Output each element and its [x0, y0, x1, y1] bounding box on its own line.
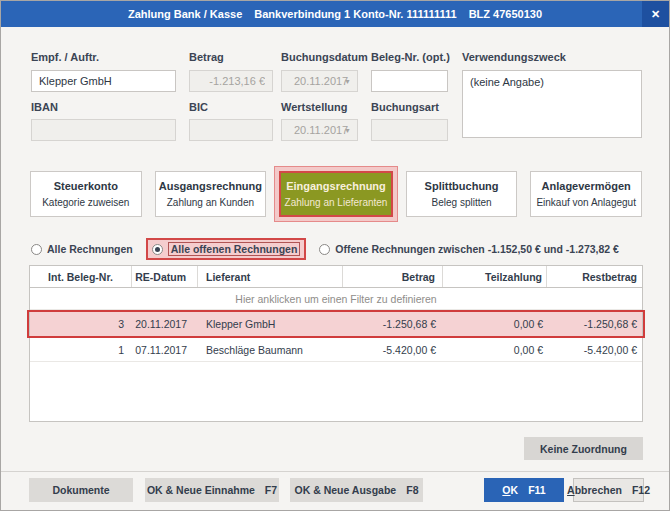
cell-re-datum: 07.11.2017 — [132, 338, 198, 361]
radio-alle-offenen-rechnungen-label: Alle offenen Rechnungen — [168, 242, 301, 256]
column-header-betrag[interactable]: Betrag — [343, 266, 443, 287]
splittbuchung-button[interactable]: Splittbuchung Beleg splitten — [406, 171, 518, 217]
iban-label: IBAN — [31, 101, 58, 113]
anlagevermoegen-title: Anlagevermögen — [542, 180, 631, 192]
steuerkonto-button[interactable]: Steuerkonto Kategorie zuweisen — [30, 171, 142, 217]
column-header-re-datum[interactable]: RE-Datum — [132, 266, 198, 287]
ausgangsrechnung-subtitle: Zahlung an Kunden — [167, 197, 254, 208]
eingangsrechnung-title: Eingangsrechnung — [286, 180, 386, 192]
dialog-title-blz: BLZ 47650130 — [469, 8, 542, 20]
bic-input — [189, 119, 273, 141]
verwendungszweck-value: (keine Angabe) — [470, 76, 544, 88]
dokumente-label: Dokumente — [52, 484, 109, 496]
radio-icon — [31, 244, 42, 255]
betrag-label: Betrag — [189, 51, 224, 63]
fkey-f7: F7 — [265, 484, 277, 496]
table-row-selected-klepper[interactable]: 3 20.11.2017 Klepper GmbH -1.250,68 € 0,… — [30, 310, 642, 338]
close-button[interactable]: ✕ — [642, 1, 669, 27]
column-header-lieferant[interactable]: Lieferant — [198, 266, 343, 287]
radio-alle-offenen-rechnungen-selected[interactable]: Alle offenen Rechnungen — [146, 238, 307, 260]
ausgangsrechnung-button[interactable]: Ausgangsrechnung Zahlung an Kunden — [155, 171, 267, 217]
ok-label-rest: K — [511, 484, 519, 496]
table-row-baumann[interactable]: 1 07.11.2017 Beschläge Baumann -5.420,00… — [30, 338, 642, 362]
buchungsdatum-value: 20.11.2017 — [294, 75, 348, 87]
dokumente-button[interactable]: Dokumente — [29, 478, 133, 502]
beleg-nr-input[interactable] — [371, 70, 448, 92]
ok-neue-einnahme-button[interactable]: OK & Neue Einnahme F7 — [145, 478, 279, 502]
radio-offene-rechnungen-zwischen-label: Offene Rechnungen zwischen -1.152,50 € u… — [335, 243, 619, 255]
table-filter-row[interactable]: Hier anklicken um einen Filter zu defini… — [30, 288, 642, 310]
zahlung-bank-kasse-dialog: Zahlung Bank / Kasse Bankverbindung 1 Ko… — [0, 0, 670, 511]
splittbuchung-title: Splittbuchung — [425, 180, 499, 192]
column-header-restbetrag[interactable]: Restbetrag — [547, 266, 642, 287]
buchungsdatum-select: 20.11.2017 ▼ — [281, 70, 358, 92]
footer-divider — [1, 471, 669, 472]
chevron-down-icon: ▼ — [344, 78, 351, 85]
column-header-teilzahlung[interactable]: Teilzahlung — [443, 266, 547, 287]
cell-lieferant: Beschläge Baumann — [198, 338, 343, 361]
cell-restbetrag: -1.250,68 € — [547, 310, 642, 338]
ok-neue-einnahme-label: OK & Neue Einnahme — [147, 484, 255, 496]
booking-type-button-row: Steuerkonto Kategorie zuweisen Ausgangsr… — [30, 171, 642, 217]
radio-offene-rechnungen-zwischen[interactable]: Offene Rechnungen zwischen -1.152,50 € u… — [319, 243, 619, 255]
close-icon: ✕ — [651, 8, 660, 21]
dialog-title-account: Bankverbindung 1 Konto-Nr. 111111111 — [254, 8, 456, 20]
anlagevermoegen-button[interactable]: Anlagevermögen Einkauf von Anlagegut — [530, 171, 642, 217]
iban-input — [31, 119, 176, 141]
cell-lieferant: Klepper GmbH — [198, 310, 343, 338]
cell-int-beleg-nr: 3 — [30, 310, 132, 338]
open-invoices-table: Int. Beleg-Nr. RE-Datum Lieferant Betrag… — [29, 265, 643, 422]
verwendungszweck-textarea[interactable]: (keine Angabe) — [462, 70, 642, 138]
abbrechen-button[interactable]: Abbrechen F12 — [573, 478, 644, 502]
buchungsdatum-label: Buchungsdatum — [281, 51, 368, 63]
wertstellung-value: 20.11.2017 — [294, 124, 348, 136]
eingangsrechnung-subtitle: Zahlung an Lieferanten — [285, 197, 388, 208]
ausgangsrechnung-title: Ausgangsrechnung — [159, 180, 262, 192]
cell-teilzahlung: 0,00 € — [443, 338, 547, 361]
keine-zuordnung-button[interactable]: Keine Zuordnung — [524, 437, 643, 460]
fkey-f11: F11 — [528, 484, 546, 496]
abbrechen-label-rest: bbrechen — [575, 484, 622, 496]
cell-betrag: -1.250,68 € — [343, 310, 443, 338]
betrag-input — [189, 70, 273, 92]
dialog-titlebar: Zahlung Bank / Kasse Bankverbindung 1 Ko… — [1, 1, 669, 27]
chevron-down-icon: ▼ — [344, 127, 351, 134]
wertstellung-select: 20.11.2017 ▼ — [281, 119, 358, 141]
beleg-nr-label: Beleg-Nr. (opt.) — [371, 51, 450, 63]
dialog-title: Zahlung Bank / Kasse — [128, 8, 242, 20]
verwendungszweck-label: Verwendungszweck — [462, 51, 566, 63]
keine-zuordnung-label: Keine Zuordnung — [540, 443, 627, 455]
splittbuchung-subtitle: Beleg splitten — [432, 197, 492, 208]
empf-auftr-label: Empf. / Auftr. — [31, 51, 99, 63]
steuerkonto-title: Steuerkonto — [54, 180, 118, 192]
radio-icon — [319, 244, 330, 255]
ok-neue-ausgabe-label: OK & Neue Ausgabe — [295, 484, 397, 496]
cell-restbetrag: -5.420,00 € — [547, 338, 642, 361]
cell-teilzahlung: 0,00 € — [443, 310, 547, 338]
fkey-f12: F12 — [632, 484, 650, 496]
invoice-filter-radio-row: Alle Rechnungen Alle offenen Rechnungen … — [31, 238, 643, 260]
cell-re-datum: 20.11.2017 — [132, 310, 198, 338]
anlagevermoegen-subtitle: Einkauf von Anlagegut — [536, 197, 636, 208]
abbrechen-accesskey: A — [567, 484, 575, 496]
fkey-f8: F8 — [406, 484, 418, 496]
radio-alle-rechnungen[interactable]: Alle Rechnungen — [31, 243, 133, 255]
buchungsart-input — [371, 119, 448, 141]
radio-alle-rechnungen-label: Alle Rechnungen — [47, 243, 133, 255]
wertstellung-label: Wertstellung — [281, 101, 347, 113]
steuerkonto-subtitle: Kategorie zuweisen — [42, 197, 129, 208]
buchungsart-label: Buchungsart — [371, 101, 439, 113]
filter-hint-text: Hier anklicken um einen Filter zu defini… — [235, 293, 436, 305]
bic-label: BIC — [189, 101, 208, 113]
column-header-int-beleg-nr[interactable]: Int. Beleg-Nr. — [30, 266, 132, 287]
ok-button[interactable]: OK F11 — [484, 478, 564, 502]
radio-checked-icon — [152, 244, 163, 255]
empf-auftr-input[interactable] — [31, 70, 176, 92]
cell-int-beleg-nr: 1 — [30, 338, 132, 361]
table-header-row: Int. Beleg-Nr. RE-Datum Lieferant Betrag… — [30, 266, 642, 288]
ok-neue-ausgabe-button[interactable]: OK & Neue Ausgabe F8 — [290, 478, 423, 502]
cell-betrag: -5.420,00 € — [343, 338, 443, 361]
ok-accesskey: O — [502, 484, 510, 496]
eingangsrechnung-button-active[interactable]: Eingangsrechnung Zahlung an Lieferanten — [279, 171, 393, 217]
